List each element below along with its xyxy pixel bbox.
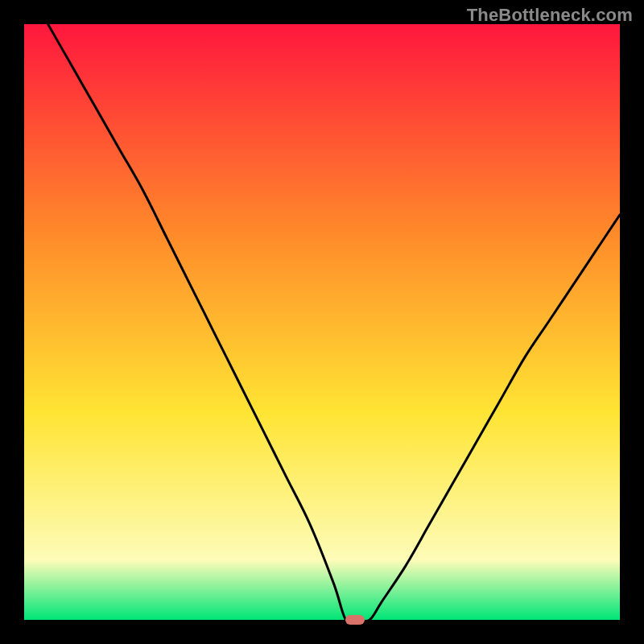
watermark-text: TheBottleneck.com (467, 5, 633, 26)
chart-frame: TheBottleneck.com (0, 0, 644, 644)
bottleneck-chart (24, 24, 620, 620)
optimal-marker (345, 615, 365, 625)
chart-svg (24, 24, 620, 620)
gradient-background (24, 24, 620, 620)
